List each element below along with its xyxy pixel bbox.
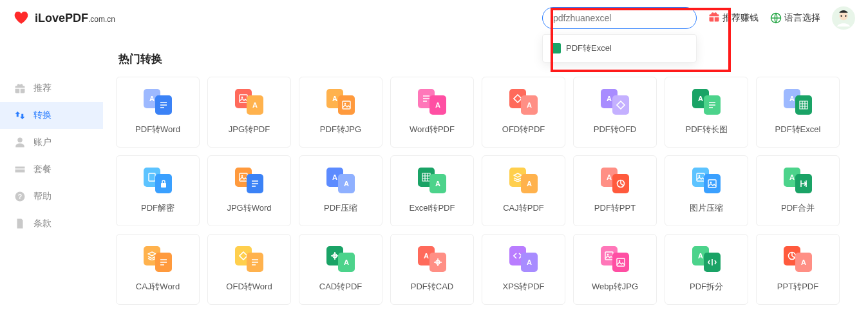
- sidebar-item-label: 套餐: [33, 164, 52, 175]
- main-content: 热门转换 PDF转Word JPG转PDF PDF转JPG Word转PDF O…: [103, 36, 868, 318]
- tool-label: PDF转Excel: [775, 124, 821, 135]
- sidebar-item-label: 条款: [33, 218, 52, 229]
- tool-label: PDF拆分: [690, 281, 723, 293]
- tool-icon: [235, 89, 263, 115]
- tool-card[interactable]: JPG转Word: [207, 155, 291, 226]
- tool-card[interactable]: XPS转PDF: [482, 234, 565, 305]
- tool-card[interactable]: OFD转Word: [207, 234, 291, 305]
- tool-card[interactable]: PDF转长图: [665, 77, 748, 148]
- tool-card[interactable]: Excel转PDF: [390, 155, 474, 226]
- reward-link[interactable]: 推荐赚钱: [708, 11, 759, 26]
- header-right: PDF转Excel 推荐赚钱 语言选择: [542, 6, 855, 30]
- sidebar-item-recommend[interactable]: 推荐: [0, 75, 103, 102]
- search-suggestion-item[interactable]: PDF转Excel: [552, 43, 687, 54]
- language-label: 语言选择: [784, 12, 820, 24]
- tool-icon: [692, 89, 721, 115]
- sidebar-item-help[interactable]: ? 帮助: [0, 183, 103, 210]
- sidebar-item-plan[interactable]: 套餐: [0, 156, 103, 183]
- tool-label: Webp转JPG: [592, 281, 638, 293]
- tool-icon: [235, 246, 263, 272]
- tool-icon: [144, 246, 172, 272]
- tool-card[interactable]: CAD转PDF: [299, 234, 382, 305]
- tool-label: OFD转Word: [226, 281, 272, 293]
- sidebar-item-label: 账户: [33, 137, 52, 148]
- tool-icon: [144, 168, 172, 193]
- sidebar-item-label: 推荐: [33, 82, 52, 94]
- brand-name: iLovePDF.com.cn: [35, 12, 115, 25]
- tool-icon: [509, 168, 538, 193]
- tool-label: XPS转PDF: [502, 281, 544, 293]
- sidebar-item-convert[interactable]: 转换: [0, 102, 103, 129]
- tool-label: 图片压缩: [690, 202, 723, 214]
- tool-icon: [601, 89, 629, 115]
- sidebar-item-account[interactable]: 账户: [0, 129, 103, 156]
- tool-card[interactable]: PDF合并: [756, 155, 840, 226]
- tool-card[interactable]: 图片压缩: [665, 155, 748, 226]
- tool-label: PDF合并: [781, 202, 815, 214]
- tool-icon: [601, 168, 629, 193]
- tool-card[interactable]: PPT转PDF: [756, 234, 840, 305]
- tool-label: PDF压缩: [324, 202, 357, 214]
- tool-card[interactable]: Webp转JPG: [573, 234, 657, 305]
- heart-logo-icon: [13, 10, 30, 26]
- tool-card[interactable]: CAJ转PDF: [482, 155, 565, 226]
- tool-icon: [784, 168, 812, 193]
- tool-card[interactable]: PDF转Word: [116, 77, 200, 148]
- tool-label: OFD转PDF: [502, 124, 545, 135]
- tool-icon: [509, 246, 538, 272]
- tool-label: PPT转PDF: [777, 281, 818, 293]
- tool-card[interactable]: CAJ转Word: [116, 234, 200, 305]
- tool-card[interactable]: PDF转JPG: [299, 77, 382, 148]
- tool-icon: [601, 246, 629, 272]
- tool-label: PDF转Word: [135, 124, 180, 135]
- tool-card[interactable]: OFD转PDF: [482, 77, 565, 148]
- header: iLovePDF.com.cn PDF转Excel 推荐赚钱 语言选择: [0, 0, 868, 36]
- tool-card[interactable]: PDF转Excel: [756, 77, 840, 148]
- tool-icon: [418, 89, 446, 115]
- tool-icon: [235, 168, 263, 193]
- tool-icon: [144, 89, 172, 115]
- tool-icon: [692, 168, 721, 193]
- gift-icon: [14, 82, 26, 94]
- tool-card[interactable]: Word转PDF: [390, 77, 474, 148]
- tool-label: CAD转PDF: [319, 281, 362, 293]
- tool-label: PDF转OFD: [594, 124, 636, 135]
- tool-icon: [418, 246, 446, 272]
- card-icon: [14, 164, 26, 175]
- tool-label: PDF转长图: [686, 124, 728, 135]
- globe-icon: [770, 12, 782, 24]
- sidebar-item-terms[interactable]: 条款: [0, 210, 103, 237]
- tool-icon: [784, 246, 812, 272]
- tool-grid: PDF转Word JPG转PDF PDF转JPG Word转PDF OFD转PD…: [116, 77, 862, 305]
- tool-label: CAJ转Word: [136, 281, 180, 293]
- tool-card[interactable]: PDF拆分: [665, 234, 748, 305]
- tool-card[interactable]: PDF压缩: [299, 155, 382, 226]
- avatar[interactable]: [832, 6, 855, 30]
- tool-label: PDF解密: [141, 202, 175, 214]
- svg-point-1: [839, 12, 847, 20]
- svg-point-3: [845, 15, 847, 17]
- tool-card[interactable]: PDF转OFD: [573, 77, 657, 148]
- tool-label: PDF转PPT: [594, 202, 636, 214]
- search-suggestions: PDF转Excel: [542, 34, 697, 63]
- tool-card[interactable]: PDF解密: [116, 155, 200, 226]
- gift-icon: [708, 11, 720, 26]
- section-title: 热门转换: [118, 52, 862, 66]
- sidebar: 推荐 转换 账户 套餐? 帮助 条款: [0, 36, 103, 237]
- sidebar-item-label: 转换: [33, 110, 52, 121]
- tool-label: JPG转Word: [227, 202, 271, 214]
- tool-icon: [418, 168, 446, 193]
- tool-icon: [692, 246, 721, 272]
- tool-card[interactable]: PDF转PPT: [573, 155, 657, 226]
- tool-card[interactable]: JPG转PDF: [207, 77, 291, 148]
- tool-icon: [326, 246, 355, 272]
- tool-card[interactable]: PDF转CAD: [390, 234, 474, 305]
- search-suggestion-label: PDF转Excel: [566, 43, 612, 54]
- sidebar-item-label: 帮助: [33, 191, 52, 202]
- tool-icon: [509, 89, 538, 115]
- tool-icon: [784, 89, 812, 115]
- search-input[interactable]: [542, 7, 697, 29]
- tool-label: Word转PDF: [410, 124, 455, 135]
- language-link[interactable]: 语言选择: [770, 12, 820, 24]
- reward-label: 推荐赚钱: [722, 12, 759, 24]
